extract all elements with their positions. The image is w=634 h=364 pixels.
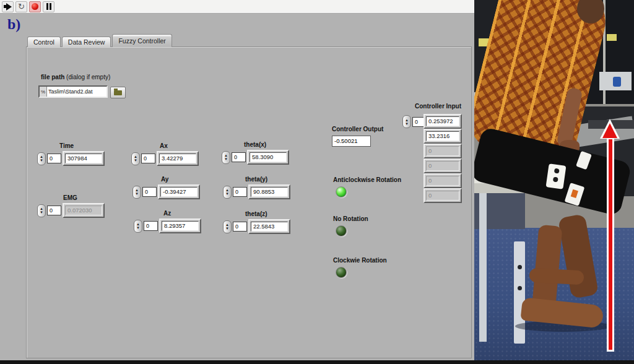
tab-control[interactable]: Control bbox=[27, 37, 61, 47]
index-spinner[interactable]: ▲ ▼ bbox=[37, 152, 46, 165]
index-input[interactable]: 0 bbox=[142, 187, 157, 197]
upward-arrow-icon bbox=[602, 123, 617, 138]
index-input[interactable]: 0 bbox=[233, 222, 247, 232]
spinner-down-icon[interactable]: ▼ bbox=[225, 227, 229, 230]
az-value: 8.29357 bbox=[162, 221, 199, 231]
value-frame: 3.42279 bbox=[157, 151, 199, 166]
pause-button[interactable] bbox=[43, 1, 54, 12]
time-indicator: Time ▲ ▼ 0 307984 bbox=[37, 151, 105, 166]
pause-icon bbox=[46, 3, 51, 10]
emg-indicator: EMG ▲ ▼ 0 0.072030 bbox=[37, 203, 105, 218]
index-spinner[interactable]: ▲ ▼ bbox=[132, 186, 141, 199]
theta-z-label: theta(z) bbox=[245, 210, 267, 217]
emg-value: 0.072030 bbox=[65, 206, 102, 215]
tab-data-review[interactable]: Data Review bbox=[62, 37, 111, 47]
no-rotation-label: No Rotation bbox=[333, 215, 368, 222]
theta-x-label: theta(x) bbox=[244, 141, 266, 148]
controller-output-value: -0.50021 bbox=[332, 136, 371, 147]
run-button[interactable] bbox=[2, 1, 14, 12]
spinner-down-icon[interactable]: ▼ bbox=[40, 210, 43, 214]
ax-indicator: Ax ▲ ▼ 0 3.42279 bbox=[131, 151, 199, 166]
file-path-value: Taslim\Stand2.dat bbox=[47, 87, 93, 97]
controller-input-value-3: 0 bbox=[426, 161, 459, 171]
ax-label: Ax bbox=[160, 142, 168, 149]
spinner-down-icon[interactable]: ▼ bbox=[40, 158, 43, 162]
index-input[interactable]: 0 bbox=[144, 221, 158, 231]
index-input[interactable]: 0 bbox=[47, 206, 61, 215]
theta-y-label: theta(y) bbox=[245, 176, 267, 183]
ay-value: -0.39427 bbox=[160, 187, 198, 197]
theta-x-indicator: theta(x) ▲ ▼ 0 58.3090 bbox=[222, 150, 289, 165]
clockwise-rotation-led bbox=[336, 267, 347, 278]
index-spinner[interactable]: ▲ ▼ bbox=[402, 115, 411, 128]
run-continuous-button[interactable]: ↻ bbox=[15, 1, 27, 12]
controller-input-label: Controller Input bbox=[415, 103, 461, 110]
theta-z-value: 22.5843 bbox=[251, 222, 288, 232]
tab-bar: Control Data Review Fuzzy Controller bbox=[27, 35, 173, 47]
theta-y-value: 90.8853 bbox=[251, 187, 288, 197]
time-label: Time bbox=[59, 142, 74, 149]
index-spinner[interactable]: ▲ ▼ bbox=[223, 186, 232, 199]
file-path-input[interactable]: % Taslim\Stand2.dat bbox=[38, 85, 108, 98]
controller-input-cell: 0 bbox=[423, 188, 462, 203]
index-spinner[interactable]: ▲ ▼ bbox=[222, 151, 230, 164]
value-frame: -0.39427 bbox=[158, 184, 200, 199]
index-spinner[interactable]: ▲ ▼ bbox=[134, 220, 142, 233]
spinner-down-icon[interactable]: ▼ bbox=[224, 157, 228, 161]
controller-input-value-4: 0 bbox=[426, 176, 459, 186]
experiment-photo bbox=[474, 0, 634, 360]
controller-input-cell: 0 bbox=[423, 173, 462, 188]
controller-input-cell: 0 bbox=[423, 144, 462, 158]
az-indicator: Az ▲ ▼ 0 8.29357 bbox=[134, 219, 201, 233]
file-path-label: file path (dialog if empty) bbox=[41, 74, 110, 80]
controller-input-cell: 0 bbox=[423, 158, 462, 173]
index-input[interactable]: 0 bbox=[232, 152, 246, 162]
controller-output-label: Controller Output bbox=[332, 126, 383, 132]
spinner-down-icon[interactable]: ▼ bbox=[136, 226, 140, 230]
spinner-down-icon[interactable]: ▼ bbox=[405, 122, 409, 126]
value-frame: 58.3090 bbox=[247, 150, 289, 165]
time-value: 307984 bbox=[65, 154, 102, 163]
tab-fuzzy-controller[interactable]: Fuzzy Controller bbox=[112, 34, 172, 47]
photo-shelf-item bbox=[613, 77, 621, 87]
controller-input-value-1: 33.2316 bbox=[426, 131, 459, 141]
photo-table-leg bbox=[479, 193, 487, 342]
browse-button[interactable] bbox=[110, 87, 126, 98]
photo-sensor-patch bbox=[545, 163, 566, 189]
controller-input-value-0: 0.253972 bbox=[426, 116, 459, 126]
value-frame: 90.8853 bbox=[248, 184, 290, 199]
anticlockwise-rotation-led bbox=[336, 186, 347, 197]
ay-label: Ay bbox=[161, 176, 168, 183]
run-arrow-icon bbox=[4, 3, 12, 11]
upward-arrow-shaft bbox=[607, 137, 614, 352]
spinner-down-icon[interactable]: ▼ bbox=[134, 158, 137, 162]
spinner-down-icon[interactable]: ▼ bbox=[135, 192, 139, 196]
controller-input-cell: 0.253972 bbox=[423, 114, 462, 129]
value-frame: 0.072030 bbox=[63, 203, 105, 218]
index-spinner[interactable]: ▲ ▼ bbox=[37, 204, 46, 217]
controller-input-value-2: 0 bbox=[426, 146, 459, 156]
labview-toolbar: ↻ bbox=[0, 0, 474, 14]
theta-x-value: 58.3090 bbox=[250, 152, 287, 162]
no-rotation-led bbox=[336, 225, 347, 236]
abort-button[interactable] bbox=[29, 1, 41, 12]
photo-strut-hole bbox=[518, 265, 522, 269]
controller-input-cell: 33.2316 bbox=[423, 129, 462, 144]
index-input[interactable]: 0 bbox=[141, 154, 155, 163]
anticlockwise-rotation-label: Anticlockwise Rotation bbox=[333, 176, 401, 183]
theta-y-indicator: theta(y) ▲ ▼ 0 90.8853 bbox=[223, 184, 290, 199]
photo-sticky-note bbox=[607, 34, 617, 41]
value-frame: 8.29357 bbox=[159, 219, 201, 233]
spinner-down-icon[interactable]: ▼ bbox=[225, 192, 229, 196]
photo-strut-hole bbox=[518, 286, 522, 290]
index-spinner[interactable]: ▲ ▼ bbox=[223, 220, 232, 233]
abort-icon bbox=[32, 3, 38, 10]
figure-label: b) bbox=[7, 16, 20, 33]
index-spinner[interactable]: ▲ ▼ bbox=[131, 152, 140, 165]
index-input[interactable]: 0 bbox=[47, 154, 61, 163]
value-frame: 307984 bbox=[63, 151, 105, 166]
clockwise-rotation-label: Clockwie Rotation bbox=[333, 257, 387, 264]
index-input[interactable]: 0 bbox=[233, 187, 247, 197]
ax-value: 3.42279 bbox=[159, 154, 196, 163]
controller-input-value-5: 0 bbox=[426, 191, 459, 201]
